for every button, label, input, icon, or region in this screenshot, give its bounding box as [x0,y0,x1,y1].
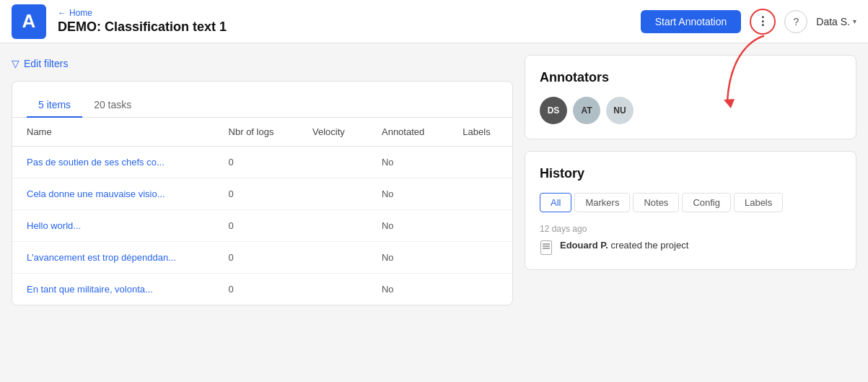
table-row: Pas de soutien de ses chefs co... 0 No [12,147,512,178]
row-velocity [298,178,367,210]
more-icon: ⋮ [757,14,768,28]
edit-filters-label: Edit filters [24,58,68,69]
row-name-link[interactable]: En tant que militaire, volonta... [27,284,153,295]
tab-tasks[interactable]: 20 tasks [82,93,143,118]
row-name-link[interactable]: Hello world... [27,220,81,231]
row-annotated: No [367,147,448,178]
app-logo: A [12,4,46,39]
app-header: A ← Home DEMO: Classification text 1 Sta… [0,0,868,43]
row-nbr-logs: 0 [214,242,298,274]
row-nbr-logs: 0 [214,178,298,210]
items-table: Name Nbr of logs Velocity Annotated Labe… [12,118,512,305]
row-velocity [298,147,367,178]
row-labels [448,274,512,305]
row-velocity [298,274,367,305]
row-annotated: No [367,210,448,242]
history-entry: Edouard P. created the project [540,240,841,255]
col-nbr-logs: Nbr of logs [214,118,298,147]
history-title: History [540,166,841,181]
row-name-link[interactable]: Pas de soutien de ses chefs co... [27,157,165,168]
row-annotated: No [367,274,448,305]
avatar-at[interactable]: AT [573,97,600,124]
row-labels [448,178,512,210]
back-label: Home [69,8,92,18]
table-row: Cela donne une mauvaise visio... 0 No [12,178,512,210]
avatar-nu[interactable]: NU [606,97,634,124]
history-tab-all[interactable]: All [540,193,571,212]
table-tabs: 5 items 20 tasks [12,82,512,118]
history-tab-notes[interactable]: Notes [633,193,679,212]
history-tab-labels[interactable]: Labels [734,193,783,212]
row-labels [448,242,512,274]
help-icon: ? [793,16,799,27]
history-doc-icon [540,240,553,255]
back-arrow-icon: ← [58,8,66,18]
table-row: L'avancement est trop dépenddan... 0 No [12,242,512,274]
row-annotated: No [367,242,448,274]
col-labels: Labels [448,118,512,147]
table-row: En tant que militaire, volonta... 0 No [12,274,512,305]
row-name-link[interactable]: L'avancement est trop dépenddan... [27,252,176,263]
chevron-down-icon: ▾ [853,17,856,25]
history-tab-config[interactable]: Config [682,193,731,212]
table-header-row: Name Nbr of logs Velocity Annotated Labe… [12,118,512,147]
row-labels [448,210,512,242]
help-button[interactable]: ? [784,10,807,33]
row-velocity [298,210,367,242]
annotators-title: Annotators [540,70,841,85]
edit-filters-bar[interactable]: ▽ Edit filters [12,55,513,72]
history-tabs: AllMarkersNotesConfigLabels [540,193,841,212]
row-nbr-logs: 0 [214,210,298,242]
row-labels [448,147,512,178]
filter-icon: ▽ [12,58,19,69]
row-annotated: No [367,178,448,210]
user-label: Data S. [816,16,850,27]
col-velocity: Velocity [298,118,367,147]
annotators-row: DS AT NU [540,97,841,124]
history-action: created the project [608,240,688,251]
history-entry-text: Edouard P. created the project [560,240,688,251]
history-tab-markers[interactable]: Markers [574,193,630,212]
row-nbr-logs: 0 [214,274,298,305]
more-options-button[interactable]: ⋮ [750,9,776,35]
left-panel: ▽ Edit filters 5 items 20 tasks Name Nbr… [12,55,513,370]
header-title-area: ← Home DEMO: Classification text 1 [58,8,629,35]
history-time: 12 days ago [540,224,841,234]
tab-items[interactable]: 5 items [27,93,82,118]
main-content: ▽ Edit filters 5 items 20 tasks Name Nbr… [0,43,868,382]
annotators-card: Annotators DS AT NU [525,55,856,139]
avatar-ds[interactable]: DS [540,97,567,124]
row-velocity [298,242,367,274]
page-title: DEMO: Classification text 1 [58,19,629,35]
back-link[interactable]: ← Home [58,8,629,18]
document-icon [540,240,552,255]
user-menu[interactable]: Data S. ▾ [816,16,856,27]
start-annotation-button[interactable]: Start Annotation [641,10,742,33]
right-panel: Annotators DS AT NU History AllMarkersNo… [525,55,856,370]
row-nbr-logs: 0 [214,147,298,178]
row-name-link[interactable]: Cela donne une mauvaise visio... [27,188,165,199]
col-name: Name [12,118,214,147]
data-table-card: 5 items 20 tasks Name Nbr of logs Veloci… [12,81,513,305]
history-card: History AllMarkersNotesConfigLabels 12 d… [525,151,856,270]
table-row: Hello world... 0 No [12,210,512,242]
col-annotated: Annotated [367,118,448,147]
history-author: Edouard P. [560,240,608,251]
header-actions: Start Annotation ⋮ ? Data S. ▾ [641,9,856,35]
